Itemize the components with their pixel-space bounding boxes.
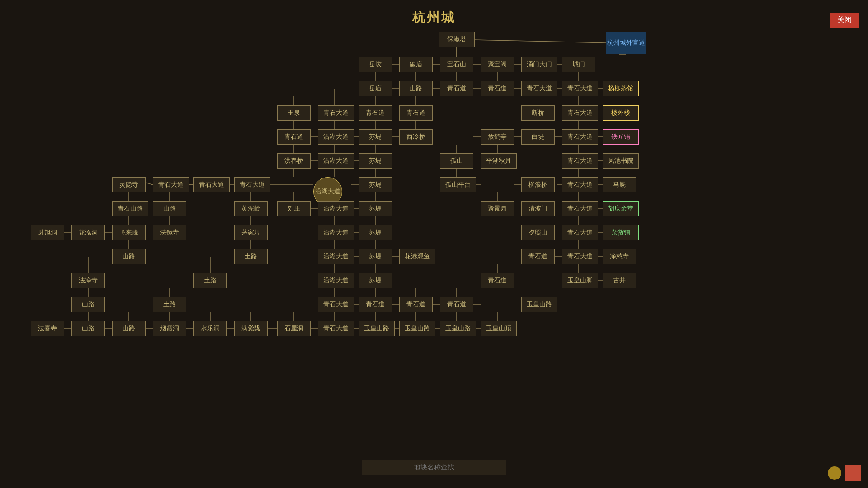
close-button[interactable]: 关闭 [830,13,859,28]
map-node-sudi7[interactable]: 苏堤 [359,273,392,288]
map-node-fajingsi[interactable]: 法镜寺 [153,225,186,240]
map-node-louwailo[interactable]: 楼外楼 [603,105,639,121]
map-node-hangzhouchengwai[interactable]: 杭州城外官道 [606,32,646,54]
map-node-qingshidadao14[interactable]: 青石大道 [318,297,354,312]
map-node-longpengdong[interactable]: 龙泓洞 [71,225,105,240]
map-node-faluosi[interactable]: 法净寺 [71,273,105,288]
map-icon[interactable] [7,463,25,481]
map-node-yuhuangshanlu2[interactable]: 玉皇山路 [359,321,395,336]
map-node-sudi6[interactable]: 苏堤 [359,249,392,264]
map-node-zahuopuzk[interactable]: 杂货铺 [603,225,639,240]
map-node-shanlu4[interactable]: 山路 [112,249,146,264]
map-node-tulu3[interactable]: 土路 [153,297,186,312]
map-node-mafeng[interactable]: 马厩 [603,177,636,192]
map-node-sudi4[interactable]: 苏堤 [359,201,392,216]
map-node-yanliuchaguan[interactable]: 杨柳茶馆 [603,81,639,96]
map-node-yuhuangshanding[interactable]: 玉皇山顶 [481,321,517,336]
map-node-xilengqiao[interactable]: 西冷桥 [399,129,433,145]
map-node-yanhudadao5[interactable]: 沿湖大道 [318,225,354,240]
map-node-sudi5[interactable]: 苏堤 [359,225,392,240]
map-node-xizhaoshan[interactable]: 夕照山 [521,225,555,240]
map-node-fahasi[interactable]: 法喜寺 [31,321,64,336]
map-node-sudi2[interactable]: 苏堤 [359,153,392,169]
map-node-yanxiadong[interactable]: 烟霞洞 [153,321,186,336]
map-node-shanlu2[interactable]: 山路 [399,81,433,96]
map-node-qingshishanzhu[interactable]: 青石山路 [112,201,148,216]
map-node-qingbomen[interactable]: 清波门 [521,201,555,216]
map-node-tulu2[interactable]: 土路 [193,273,227,288]
map-node-qingshidadao4[interactable]: 青石大道 [562,105,598,121]
map-node-yanhudadao1[interactable]: 沿湖大道 [318,129,354,145]
map-node-manjuejue[interactable]: 满觉陇 [234,321,268,336]
map-node-qingshidao10[interactable]: 青石道 [440,297,473,312]
map-node-qingshidao8[interactable]: 青石道 [359,297,392,312]
map-node-liuzhuang[interactable]: 刘庄 [277,201,311,216]
map-node-qingshidao5[interactable]: 青石道 [277,129,311,145]
map-node-qingshidadao11[interactable]: 青石大道 [562,201,598,216]
map-node-qingshidadao7[interactable]: 青石大道 [153,177,189,192]
map-node-yanhudadao6[interactable]: 沿湖大道 [318,249,354,264]
map-node-yuhuangshanlu4[interactable]: 玉皇山路 [440,321,476,336]
map-node-yanhudadao4[interactable]: 沿湖大道 [318,201,354,216]
map-node-qingshidao4[interactable]: 青石道 [399,105,433,121]
map-node-qingshidao9[interactable]: 青石道 [399,297,433,312]
map-node-qingshidadao10[interactable]: 青石大道 [562,177,598,192]
map-node-qingshidadao12[interactable]: 青石大道 [562,225,598,240]
map-node-sudi3[interactable]: 苏堤 [359,177,392,192]
map-node-shanlu3[interactable]: 山路 [153,201,186,216]
map-node-gushanpingtai[interactable]: 孤山平台 [440,177,476,192]
map-node-qingshidadao9[interactable]: 青石大道 [234,177,270,192]
map-node-yanhudadao7[interactable]: 沿湖大道 [318,273,354,288]
map-node-sudi1[interactable]: 苏堤 [359,129,392,145]
map-node-yuefen[interactable]: 岳坟 [359,57,392,72]
map-node-shanlu6[interactable]: 山路 [71,321,105,336]
map-node-jujingyuan[interactable]: 聚景园 [481,201,514,216]
map-node-tiejianzhuang[interactable]: 铁匠铺 [603,129,639,145]
map-node-yuhuangshanlu[interactable]: 玉皇山路 [521,297,557,312]
map-node-yuquan[interactable]: 玉泉 [277,105,311,121]
map-node-liulangqiao[interactable]: 柳浪桥 [521,177,555,192]
map-node-huangnilin[interactable]: 黄泥岭 [234,201,268,216]
map-node-shiwudong[interactable]: 石屋洞 [277,321,311,336]
map-node-qingshidadao15[interactable]: 青石大道 [318,321,354,336]
search-input[interactable] [362,460,506,475]
map-node-chengmen[interactable]: 城门 [562,57,595,72]
map-node-qingshidao7[interactable]: 青石道 [481,273,514,288]
map-node-pomiao[interactable]: 破庙 [399,57,433,72]
map-node-shanlu7[interactable]: 山路 [112,321,146,336]
map-node-gushan[interactable]: 孤山 [440,153,473,169]
map-node-yuemiao[interactable]: 岳庙 [359,81,392,96]
map-node-feilaifeng[interactable]: 飞来峰 [112,225,146,240]
map-node-baosuta[interactable]: 保淑塔 [439,32,475,47]
map-node-qingshidao1[interactable]: 青石道 [440,81,473,96]
map-node-shuiledong[interactable]: 水乐洞 [193,321,227,336]
map-node-tulu1[interactable]: 土路 [234,249,268,264]
map-node-yanhudadao2[interactable]: 沿湖大道 [318,153,354,169]
map-node-gujing[interactable]: 古井 [603,273,636,288]
map-node-fanghe[interactable]: 放鹤亭 [481,129,514,145]
map-node-shanlu5[interactable]: 山路 [71,297,105,312]
map-node-duanqiao[interactable]: 断桥 [521,105,555,121]
map-node-yuhuangshanlu3[interactable]: 玉皇山路 [399,321,435,336]
map-node-lingyinsi[interactable]: 灵隐寺 [112,177,146,192]
map-node-qingshidao2[interactable]: 青石道 [481,81,514,96]
map-node-huqingyutang[interactable]: 胡庆余堂 [603,201,639,216]
map-node-qingshidao3[interactable]: 青石道 [359,105,392,121]
map-node-yongmendamen[interactable]: 涌门大门 [521,57,557,72]
map-node-baoshishan[interactable]: 宝石山 [440,57,473,72]
map-node-huagangguanyu[interactable]: 花港观鱼 [399,249,435,264]
map-node-qingshidadao6[interactable]: 青石大道 [562,153,598,169]
map-node-qingshidadao8[interactable]: 青石大道 [193,177,230,192]
map-node-jingcisi[interactable]: 净慈寺 [603,249,636,264]
map-node-yuhuangshanjiao[interactable]: 玉皇山脚 [562,273,598,288]
map-node-qingshidadao5[interactable]: 青石大道 [562,129,598,145]
map-node-qingshidadao1[interactable]: 青石大道 [521,81,557,96]
map-node-qingshidadao2[interactable]: 青石大道 [562,81,598,96]
map-node-jubaoige[interactable]: 聚宝阁 [481,57,514,72]
map-node-qingshidao6[interactable]: 青石道 [521,249,555,264]
map-node-qingshidadao13[interactable]: 青石大道 [562,249,598,264]
map-node-maojiawei[interactable]: 茅家埠 [234,225,268,240]
map-node-pinhushanqiu[interactable]: 平湖秋月 [481,153,517,169]
map-node-hongchunqiao[interactable]: 洪春桥 [277,153,311,169]
map-node-fengchishuyuan[interactable]: 凤池书院 [603,153,639,169]
